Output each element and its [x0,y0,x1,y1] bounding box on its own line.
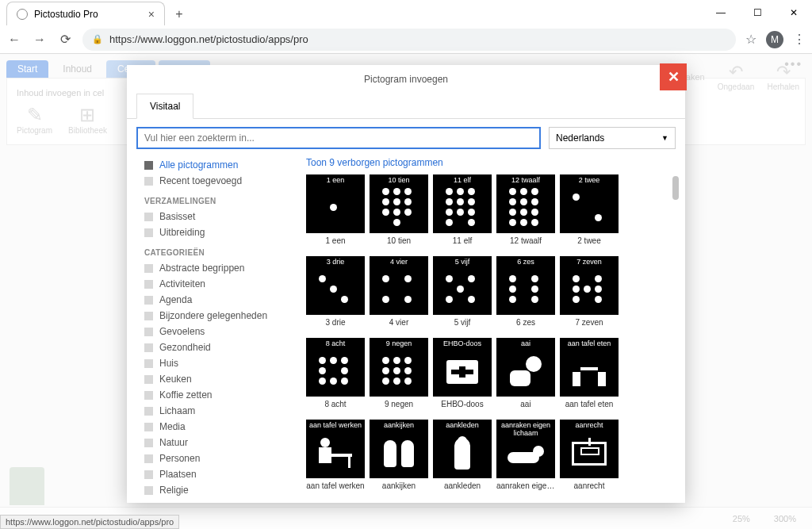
pictogram-caption: EHBO-doos [433,400,492,408]
pictogram-item[interactable]: aanrechtaanrecht [560,420,619,490]
globe-icon [17,9,28,20]
pictogram-item[interactable]: 1 een1 een [306,174,365,245]
square-icon [144,328,153,336]
pictogram-caption: 1 een [306,236,365,245]
square-icon [144,439,153,447]
pictogram-item[interactable]: 10 tien10 tien [370,174,428,245]
square-icon [144,296,153,305]
minimize-button[interactable]: — [703,0,739,25]
square-icon [144,228,153,237]
sidebar-item[interactable]: Gezondheid [136,339,295,355]
pictogram-thumb: 2 twee [560,174,619,233]
close-icon[interactable]: × [148,8,155,21]
forward-button[interactable]: → [32,33,48,47]
tab-visitaal[interactable]: Visitaal [136,94,193,119]
browser-menu-icon[interactable]: ⋮ [793,32,806,47]
sidebar-item[interactable]: Basisset [136,209,295,224]
sidebar-item[interactable]: Personen [136,450,295,466]
pictogram-item[interactable]: aan tafel etenaan tafel eten [560,338,619,408]
sidebar-item[interactable]: Media [136,419,295,435]
pictogram-caption: aanrecht [560,481,619,490]
pictogram-item[interactable]: 3 drie3 drie [306,256,365,327]
back-button[interactable]: ← [6,33,22,47]
square-icon [144,486,153,495]
square-icon [144,470,153,479]
pictogram-thumb: aanrecht [560,420,619,478]
pictogram-thumb: 8 acht [306,338,365,397]
sidebar-item[interactable]: Agenda [136,292,295,308]
square-icon [144,177,153,186]
pictogram-thumb: aai [496,338,555,397]
language-select[interactable]: Nederlands [549,127,676,149]
browser-titlebar: Pictostudio Pro × + — ☐ ✕ [0,0,812,25]
sidebar-item[interactable]: Religie [136,482,295,496]
new-tab-button[interactable]: + [168,3,190,25]
pictogram-item[interactable]: aan tafel werkenaan tafel werken [306,420,365,490]
pictogram-thumb: aankijken [370,420,428,478]
pictogram-grid-wrap: Toon 9 verborgen pictogrammen 1 een1 een… [301,157,679,496]
address-bar[interactable]: 🔒 https://www.loggon.net/pictostudio/app… [82,29,736,51]
reload-button[interactable]: ⟳ [57,32,73,47]
pictogram-thumb: 3 drie [306,256,365,315]
sidebar-item[interactable]: Uitbreiding [136,224,295,240]
pictogram-item[interactable]: 6 zes6 zes [496,256,555,327]
pictogram-caption: aai [496,400,555,408]
profile-avatar[interactable]: M [766,31,783,48]
sidebar-item[interactable]: Keuken [136,371,295,387]
show-hidden-link[interactable]: Toon 9 verborgen pictogrammen [301,157,679,174]
pictogram-caption: aan tafel eten [560,400,619,408]
pictogram-caption: aanraken eigen lichaam [496,481,555,490]
pictogram-item[interactable]: 9 negen9 negen [370,338,428,408]
square-icon [144,359,153,368]
pictogram-item[interactable]: aaiaai [496,338,555,408]
pictogram-caption: 3 drie [306,318,365,327]
pictogram-caption: 4 vier [370,318,428,327]
pictogram-item[interactable]: aankledenaankleden [433,420,492,490]
pictogram-item[interactable]: aankijkenaankijken [370,420,428,490]
sidebar-item[interactable]: Abstracte begrippen [136,260,295,276]
pictogram-thumb: aankleden [433,420,492,478]
pictogram-item[interactable]: aanraken eigen lichaamaanraken eigen lic… [496,420,555,490]
square-icon [144,264,153,273]
sidebar-item[interactable]: Lichaam [136,403,295,419]
close-window-button[interactable]: ✕ [776,0,812,25]
pictogram-thumb: 11 elf [433,174,492,233]
pictogram-thumb: 4 vier [370,256,428,315]
maximize-button[interactable]: ☐ [739,0,776,25]
pictogram-thumb: EHBO-doos [433,338,492,397]
pictogram-item[interactable]: 8 acht8 acht [306,338,365,408]
url-text: https://www.loggon.net/pictostudio/apps/… [109,33,308,45]
sidebar-item[interactable]: Gevoelens [136,324,295,339]
scrollbar-thumb[interactable] [672,176,679,200]
browser-status-text: https://www.loggon.net/pictostudio/apps/… [0,515,179,529]
square-icon [144,423,153,431]
sidebar-item[interactable]: Alle pictogrammen [136,157,295,173]
pictogram-thumb: aan tafel werken [306,420,365,478]
square-icon [144,280,153,289]
sidebar-item[interactable]: Koffie zetten [136,387,295,403]
pictogram-item[interactable]: 5 vijf5 vijf [433,256,492,327]
search-input[interactable] [136,127,541,149]
pictogram-item[interactable]: 12 twaalf12 twaalf [496,174,555,245]
sidebar-item[interactable]: Recent toegevoegd [136,173,295,189]
pictogram-thumb: 6 zes [496,256,555,315]
pictogram-item[interactable]: 4 vier4 vier [370,256,428,327]
pictogram-item[interactable]: 11 elf11 elf [433,174,492,245]
pictogram-item[interactable]: 2 twee2 twee [560,174,619,245]
sidebar-item[interactable]: Huis [136,355,295,371]
sidebar-group-head: VERZAMELINGEN [144,197,295,205]
modal-close-button[interactable]: ✕ [660,63,687,90]
bookmark-icon[interactable]: ☆ [745,32,756,47]
pictogram-caption: aan tafel werken [306,481,365,490]
sidebar-item[interactable]: Plaatsen [136,466,295,482]
square-icon [144,213,153,221]
sidebar-item[interactable]: Bijzondere gelegenheden [136,308,295,324]
pictogram-item[interactable]: EHBO-doosEHBO-doos [433,338,492,408]
sidebar-item[interactable]: Natuur [136,435,295,450]
pictogram-grid: 1 een1 een10 tien10 tien11 elf11 elf12 t… [301,174,679,496]
pictogram-insert-dialog: Pictogram invoegen ✕ Visitaal Nederlands… [127,65,685,503]
pictogram-item[interactable]: 7 zeven7 zeven [560,256,619,327]
browser-tab[interactable]: Pictostudio Pro × [6,2,165,25]
sidebar-item[interactable]: Activiteiten [136,276,295,292]
modal-tabs: Visitaal [127,94,685,119]
